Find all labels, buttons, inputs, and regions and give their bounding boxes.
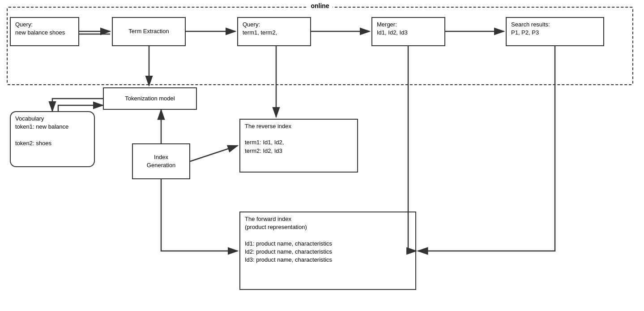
merger-box: Merger:Id1, Id2, Id3 [371,17,445,46]
search-results-box: Search results:P1, P2, P3 [506,17,604,46]
query-terms-label: Query:term1, term2, [243,21,277,36]
merger-label: Merger:Id1, Id2, Id3 [377,21,408,36]
vocabulary-label: Vocabularytoken1: new balancetoken2: sho… [15,115,68,147]
reverse-index-box: The reverse indexterm1: Id1, Id2,term2: … [239,119,358,173]
online-label: online [307,2,333,9]
query-input-box: Query:new balance shoes [10,17,79,46]
forward-index-box: The forward index(product representation… [239,212,416,290]
forward-index-label: The forward index(product representation… [245,216,332,263]
query-terms-box: Query:term1, term2, [237,17,311,46]
diagram: online Query:new balance shoes Term Extr… [0,0,644,311]
reverse-index-label: The reverse indexterm1: Id1, Id2,term2: … [245,123,291,154]
svg-line-9 [190,146,238,161]
index-generation-label: IndexGeneration [147,153,175,169]
vocabulary-box: Vocabularytoken1: new balancetoken2: sho… [10,111,95,167]
term-extraction-box: Term Extraction [112,17,186,46]
term-extraction-label: Term Extraction [128,27,169,35]
tokenization-model-label: Tokenization model [125,95,175,103]
tokenization-model-box: Tokenization model [103,87,197,110]
query-input-label: Query:new balance shoes [15,21,65,36]
search-results-label: Search results:P1, P2, P3 [511,21,550,36]
index-generation-box: IndexGeneration [132,143,190,179]
